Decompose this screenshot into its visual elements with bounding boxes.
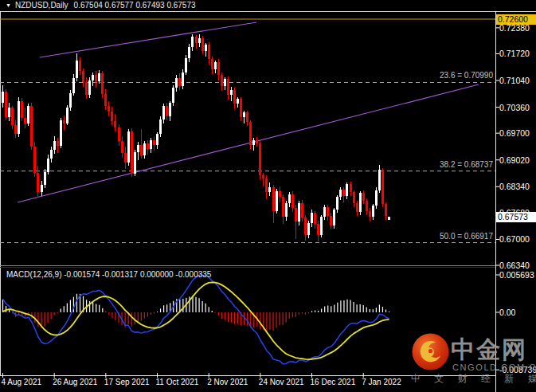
candle-body [237,99,239,104]
candle-body [249,122,252,145]
candle-body [301,203,303,218]
candle-body [372,206,374,216]
candle-body [307,223,310,235]
date-axis-label: 11 Oct 2021 [156,378,199,386]
candle-body [14,125,17,134]
candle-body [111,112,113,121]
candle-body [95,75,97,81]
candle-body [159,120,162,134]
candle-body [118,127,120,141]
candle-body [298,203,300,221]
candle-body [153,140,155,145]
candle-body [98,73,100,81]
candle-body [121,141,123,153]
candle-body [92,75,94,80]
candle-body [150,140,152,149]
candle-body [279,191,281,197]
candle-body [37,173,39,193]
candle-body [327,207,329,216]
candle-body [268,187,271,192]
candle-body [288,194,291,203]
chart-ohlc-readout: 0.67504 0.67577 0.67493 0.67573 [74,1,196,10]
candle-body [339,190,342,197]
candle-body [230,90,233,95]
price-axis-label: 0.68340 [499,182,530,191]
candle-body [27,106,29,123]
macd-axis-label: 0.00 [499,308,515,317]
candle-body [282,197,284,217]
candles-group [2,34,390,241]
trendline-upper [40,22,256,57]
macd-signal-line [3,282,389,359]
candle-body [252,140,255,145]
candle-body [227,79,229,95]
date-axis-label: 17 Sep 2021 [104,378,150,386]
candle-body [191,37,194,46]
fib-label-1: 38.2 = 0.68737 [440,160,493,169]
candle-body [211,59,213,69]
fib-label-2: 50.0 = 0.66917 [440,232,493,241]
candle-body [88,80,91,95]
price-axis-label: 0.66340 [499,261,530,270]
candle-body [240,99,242,118]
candle-body [66,108,68,123]
macd-line [3,275,389,364]
candle-body [295,208,297,221]
candle-body [30,106,33,147]
candle-body [262,175,264,178]
candle-body [214,62,217,69]
candle-body [317,224,319,235]
candle-body [137,145,139,152]
candle-body [350,184,352,192]
candle-body [60,120,62,146]
candle-body [76,61,78,78]
candle-body [104,94,107,106]
candle-body [314,213,316,224]
macd-indicator-label: MACD(12,26,9) -0.001574 -0.001317 0.0000… [6,270,211,279]
macd-group [3,275,389,364]
candle-body [217,62,220,75]
cngold-logo-icon [412,333,449,370]
candle-body [233,90,236,104]
candle-body [2,92,4,102]
candle-body [44,172,46,186]
candle-body [182,73,184,86]
candle-body [320,217,323,235]
candle-body [5,92,7,117]
candle-body [178,78,181,86]
candle-body [127,131,130,163]
candle-body [342,190,345,196]
candle-body [205,45,207,50]
candle-body [246,112,248,122]
price-axis-label: 0.71040 [499,76,530,85]
candle-body [101,73,104,94]
candle-body [330,216,332,225]
candle-body [256,140,258,143]
candle-body [346,184,348,196]
candle-body [108,106,110,112]
candle-body [221,75,223,86]
candle-body [353,192,355,203]
candle-body [69,93,72,108]
chevron-down-icon[interactable]: ▼ [6,0,11,10]
candle-body [24,118,26,123]
macd-axis-label: 0.005693 [499,270,534,280]
candle-body [131,131,133,174]
candle-body [82,71,84,82]
candle-body [198,38,201,43]
watermark-tagline: 中 文 财 经 新 媒 体 [411,372,536,386]
candle-body [336,197,338,210]
candle-body [134,152,136,174]
candle-body [172,88,174,102]
current-price-label: 0.67573 [496,212,536,222]
price-axis-label: 0.67000 [499,234,530,244]
candle-body [385,204,387,216]
candle-body [195,37,198,42]
candle-body [85,82,88,95]
date-axis-label: 24 Nov 2021 [259,378,304,386]
date-axis-label: 26 Aug 2021 [53,378,97,386]
watermark-brand-name: 中金网 [451,334,527,367]
candle-body [21,101,23,119]
candle-body [375,190,378,206]
candle-body [18,101,20,134]
